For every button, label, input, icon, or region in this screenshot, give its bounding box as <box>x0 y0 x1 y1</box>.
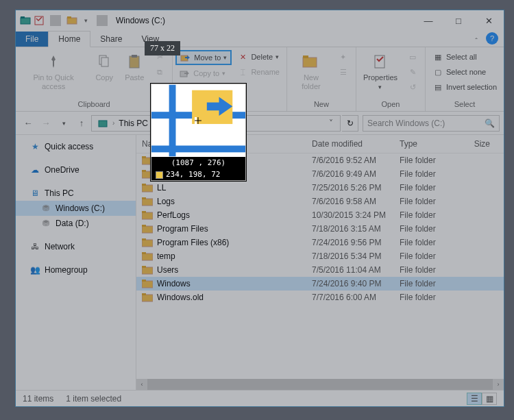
edit-mini-button[interactable]: ✎ <box>403 65 422 79</box>
file-type: File folder <box>394 167 460 181</box>
star-icon: ★ <box>29 141 40 152</box>
copy-to-button[interactable]: Copy to ▾ <box>175 66 232 80</box>
folder-qat-icon[interactable] <box>66 15 77 26</box>
nav-back-button[interactable]: ← <box>20 115 36 132</box>
file-row[interactable]: Logs7/6/2016 9:58 AMFile folder <box>136 195 504 208</box>
pin-to-quick-access-button[interactable]: Pin to Quick access <box>19 50 88 92</box>
nav-label: Windows (C:) <box>56 203 105 213</box>
file-row[interactable]: temp7/18/2016 5:34 PMFile folder <box>136 249 504 263</box>
nav-forward-button[interactable]: → <box>38 115 54 132</box>
file-row[interactable]: PerfLogs10/30/2015 3:24 PMFile folder <box>136 208 504 222</box>
properties-qat-icon[interactable] <box>34 15 45 26</box>
rename-button[interactable]: ⌶ Rename <box>233 65 284 79</box>
explorer-window: ▾ Windows (C:) — □ ✕ File Home Share Vie… <box>15 10 504 407</box>
scroll-left-button[interactable]: ‹ <box>136 379 147 390</box>
invert-selection-button[interactable]: ▤Invert selection <box>428 80 501 94</box>
help-button[interactable]: ? <box>486 32 498 45</box>
new-folder-button[interactable]: New folder <box>290 50 332 92</box>
qat-separator-2 <box>97 15 108 26</box>
file-type: File folder <box>394 181 460 195</box>
nav-homegroup[interactable]: 👥 Homegroup <box>16 262 136 277</box>
close-button[interactable]: ✕ <box>474 10 504 31</box>
nav-recent-button[interactable]: ▾ <box>56 115 72 132</box>
history-mini-button[interactable]: ↺ <box>403 80 422 94</box>
ribbon-group-select: ▦Select all ▢Select none ▤Invert selecti… <box>426 47 504 111</box>
file-list[interactable]: Intel7/6/2016 9:52 AMFile folderLENOVO7/… <box>136 153 504 379</box>
file-menu[interactable]: File <box>16 32 48 47</box>
svg-rect-33 <box>142 281 153 288</box>
search-icon: 🔍 <box>485 119 495 128</box>
maximize-button[interactable]: □ <box>443 10 474 31</box>
select-none-button[interactable]: ▢Select none <box>428 65 501 79</box>
file-size <box>460 254 504 258</box>
copy-to-label: Copy to <box>193 69 219 77</box>
file-row[interactable]: LL7/25/2016 5:26 PMFile folder <box>136 181 504 195</box>
file-size <box>460 295 504 299</box>
collapse-ribbon-button[interactable]: ˆ <box>469 36 483 47</box>
drive-icon: ⛃ <box>40 203 51 214</box>
select-all-button[interactable]: ▦Select all <box>428 50 501 64</box>
tab-home[interactable]: Home <box>48 31 90 47</box>
file-date: 7/7/2016 6:00 AM <box>306 291 394 304</box>
open-icon: ▭ <box>407 51 418 62</box>
invert-selection-icon: ▤ <box>432 82 443 92</box>
file-row[interactable]: Users7/5/2016 11:04 AMFile folder <box>136 263 504 277</box>
svg-rect-22 <box>142 197 146 199</box>
magnifier-color-value: 234, 198, 72 <box>166 170 220 179</box>
file-size <box>460 227 504 231</box>
svg-rect-11 <box>303 58 317 67</box>
svg-rect-24 <box>142 211 146 213</box>
open-mini-button[interactable]: ▭ <box>403 50 422 64</box>
folder-icon <box>142 183 153 193</box>
scroll-thumb[interactable] <box>147 379 493 390</box>
tab-share[interactable]: Share <box>90 32 132 47</box>
tiles-view-button[interactable]: ▦ <box>482 393 497 405</box>
breadcrumb-dropdown[interactable]: ˅ <box>325 119 337 128</box>
new-item-icon: ✦ <box>338 51 349 62</box>
col-date[interactable]: Date modified <box>306 135 394 153</box>
horizontal-scrollbar[interactable]: ‹ › <box>136 379 504 390</box>
breadcrumb-this-pc[interactable]: This PC <box>116 119 151 128</box>
nav-this-pc[interactable]: 🖥 This PC <box>16 186 136 201</box>
file-row[interactable]: Windows.old7/7/2016 6:00 AMFile folder <box>136 291 504 304</box>
clipboard-group-label: Clipboard <box>19 100 169 110</box>
pin-label: Pin to Quick access <box>23 73 84 91</box>
breadcrumb-root-icon[interactable] <box>95 118 111 129</box>
svg-rect-32 <box>142 266 146 268</box>
svg-rect-20 <box>142 184 146 186</box>
move-to-label: Move to <box>194 53 221 62</box>
file-row[interactable]: Windows7/24/2016 9:40 PMFile folder <box>136 277 504 291</box>
delete-label: Delete <box>251 53 273 61</box>
copy-icon <box>94 51 114 72</box>
nav-drive-c[interactable]: ⛃ Windows (C:) <box>16 201 136 216</box>
status-bar: 11 items 1 item selected ☰ ▦ <box>16 390 504 406</box>
nav-onedrive[interactable]: ☁ OneDrive <box>16 162 136 177</box>
copy-button[interactable]: Copy <box>90 50 119 84</box>
search-input[interactable]: Search Windows (C:) 🔍 <box>363 115 500 132</box>
file-row[interactable]: Program Files (x86)7/24/2016 9:56 PMFile… <box>136 236 504 249</box>
minimize-button[interactable]: — <box>413 10 443 31</box>
delete-button[interactable]: ✕ Delete ▾ <box>233 50 284 64</box>
address-bar-row: ← → ▾ ↑ › This PC › Windows (C:) ˅ ↻ Sea… <box>16 112 504 135</box>
col-size[interactable]: Size <box>460 135 504 153</box>
scroll-right-button[interactable]: › <box>493 379 504 390</box>
move-to-button[interactable]: Move to ▾ <box>175 50 232 65</box>
nav-quick-access[interactable]: ★ Quick access <box>16 139 136 154</box>
svg-rect-28 <box>142 238 146 240</box>
properties-button[interactable]: Properties ▾ <box>359 50 402 92</box>
select-all-icon: ▦ <box>432 51 443 62</box>
file-row[interactable]: Program Files7/18/2016 3:15 AMFile folde… <box>136 222 504 236</box>
nav-network[interactable]: 🖧 Network <box>16 239 136 254</box>
ribbon: Pin to Quick access Copy Paste ✂ ⧉ <box>16 47 504 112</box>
folder-icon <box>142 265 153 275</box>
qat-dropdown-icon[interactable]: ▾ <box>80 15 91 26</box>
nav-drive-d[interactable]: ⛃ Data (D:) <box>16 216 136 231</box>
easy-access-button[interactable]: ☰ <box>334 65 353 79</box>
refresh-button[interactable]: ↻ <box>342 115 358 132</box>
copy-path-button[interactable]: ⧉ <box>150 65 169 79</box>
col-type[interactable]: Type <box>394 135 460 153</box>
details-view-button[interactable]: ☰ <box>467 393 482 405</box>
svg-rect-29 <box>142 254 153 260</box>
nav-up-button[interactable]: ↑ <box>73 115 90 132</box>
new-item-button[interactable]: ✦ <box>334 50 353 64</box>
